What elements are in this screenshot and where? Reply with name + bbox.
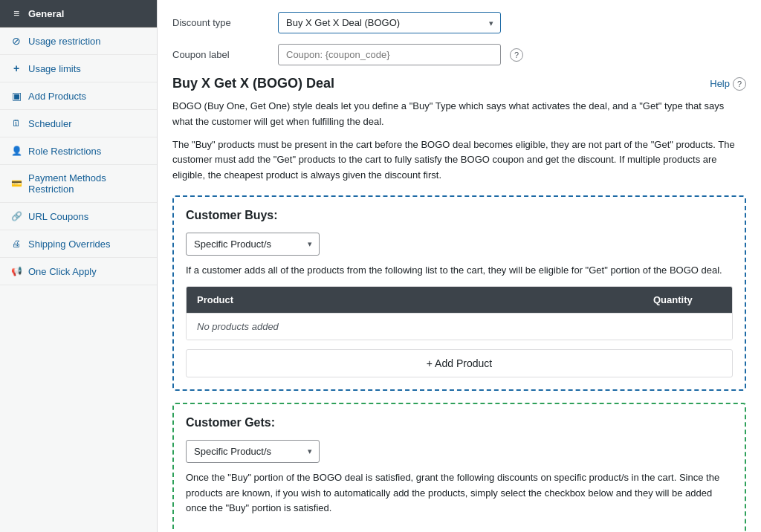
discount-type-row: Discount type Percentage discount Fixed … [172, 12, 746, 33]
customer-buys-select[interactable]: Specific Product/s Specific Categories A… [186, 233, 320, 256]
customer-buys-box: Customer Buys: Specific Product/s Specif… [172, 195, 746, 391]
help-link-label: Help [710, 78, 730, 89]
help-link-icon: ? [733, 77, 746, 91]
no-products-row: No products added [187, 313, 732, 340]
main-content: Discount type Percentage discount Fixed … [158, 0, 761, 532]
sidebar-item-url-coupons[interactable]: 🔗 URL Coupons [0, 203, 157, 230]
bogo-section-title: Buy X Get X (BOGO) Deal [172, 76, 334, 91]
add-product-button[interactable]: + Add Product [186, 349, 733, 377]
coupon-label-row: Coupon label ? [172, 44, 746, 65]
customer-buys-title: Customer Buys: [186, 209, 733, 222]
sidebar-item-usage-limits[interactable]: + Usage limits [0, 55, 157, 82]
product-table-header: Product Quantity [187, 287, 732, 313]
discount-type-select-wrapper: Percentage discount Fixed cart discount … [278, 12, 501, 33]
shipping-overrides-icon: 🖨 [10, 238, 22, 250]
coupon-label-help-icon[interactable]: ? [510, 48, 523, 62]
sidebar-item-one-click-apply[interactable]: 📢 One Click Apply [0, 258, 157, 285]
product-table: Product Quantity No products added [186, 286, 733, 340]
sidebar-item-label: Scheduler [28, 118, 72, 129]
sidebar-item-general[interactable]: ≡ General [0, 0, 157, 27]
customer-buys-select-wrapper: Specific Product/s Specific Categories A… [186, 233, 320, 256]
customer-buys-desc: If a customer adds all of the products f… [186, 263, 733, 279]
sidebar-item-label: General [28, 8, 64, 19]
sidebar-item-label: Usage limits [28, 63, 81, 74]
discount-type-label: Discount type [172, 17, 269, 28]
usage-limits-icon: + [10, 62, 22, 74]
bogo-desc1: BOGO (Buy One, Get One) style deals let … [172, 99, 746, 130]
sidebar-item-label: One Click Apply [28, 266, 97, 277]
sidebar-item-payment-methods-restriction[interactable]: 💳 Payment Methods Restriction [0, 165, 157, 203]
sidebar-item-shipping-overrides[interactable]: 🖨 Shipping Overrides [0, 230, 157, 258]
sidebar-item-label: URL Coupons [28, 211, 88, 222]
customer-gets-box: Customer Gets: Specific Product/s Specif… [172, 403, 746, 532]
sidebar-item-add-products[interactable]: ▣ Add Products [0, 82, 157, 110]
coupon-label-input[interactable] [278, 44, 501, 65]
one-click-apply-icon: 📢 [10, 265, 22, 277]
sidebar-item-label: Add Products [28, 91, 86, 102]
sidebar-item-label: Role Restrictions [28, 146, 101, 157]
customer-gets-title: Customer Gets: [186, 416, 733, 429]
no-products-qty [643, 314, 732, 340]
sidebar-item-label: Usage restriction [28, 36, 101, 47]
quantity-col-header: Quantity [643, 287, 732, 313]
bogo-desc2: The "Buy" products must be present in th… [172, 137, 746, 184]
general-icon: ≡ [10, 7, 22, 19]
no-products-text: No products added [187, 314, 643, 340]
help-link[interactable]: Help ? [710, 77, 746, 91]
bogo-section-header: Buy X Get X (BOGO) Deal Help ? [172, 76, 746, 91]
url-coupons-icon: 🔗 [10, 210, 22, 222]
discount-type-select[interactable]: Percentage discount Fixed cart discount … [278, 12, 501, 33]
sidebar-item-usage-restriction[interactable]: ⊘ Usage restriction [0, 27, 157, 55]
sidebar: ≡ General ⊘ Usage restriction + Usage li… [0, 0, 158, 532]
customer-gets-desc: Once the "Buy" portion of the BOGO deal … [186, 470, 733, 516]
sidebar-item-role-restrictions[interactable]: 👤 Role Restrictions [0, 137, 157, 165]
sidebar-item-label: Shipping Overrides [28, 239, 111, 250]
scheduler-icon: 🗓 [10, 117, 22, 129]
add-products-icon: ▣ [10, 90, 22, 102]
add-product-label: + Add Product [427, 357, 492, 369]
coupon-label-label: Coupon label [172, 49, 269, 60]
sidebar-item-scheduler[interactable]: 🗓 Scheduler [0, 110, 157, 137]
payment-methods-icon: 💳 [10, 178, 22, 189]
usage-restriction-icon: ⊘ [10, 35, 22, 47]
sidebar-item-label: Payment Methods Restriction [28, 172, 146, 195]
product-col-header: Product [187, 287, 643, 313]
customer-gets-select-wrapper: Specific Product/s Specific Categories A… [186, 440, 320, 463]
role-restrictions-icon: 👤 [10, 145, 22, 157]
customer-gets-select[interactable]: Specific Product/s Specific Categories A… [186, 440, 320, 463]
